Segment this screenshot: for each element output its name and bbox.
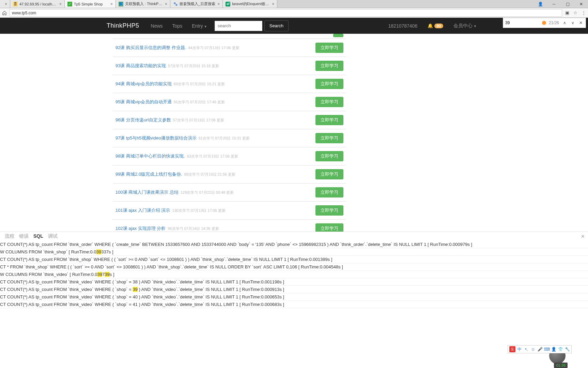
minimize-icon[interactable]: ─ — [547, 0, 561, 8]
learn-button[interactable]: 立即学习 — [315, 187, 343, 197]
notification-badge: 80 — [434, 24, 443, 28]
lesson-row: 92课 购买后显示信息的调整 作业题.44次学习 07月13日 17:06 更新… — [113, 39, 346, 57]
sql-row: CT COUNT(*) AS tp_count FROM `think_vide… — [0, 286, 588, 293]
learn-button[interactable]: 立即学习 — [315, 79, 343, 89]
tab-tp5shop[interactable]: ✓ Tp5 Simple Shop × — [65, 0, 116, 8]
bookmark-star-icon[interactable]: ☆ — [572, 10, 578, 16]
lesson-meta: 44次学习 07月13日 17:06 更新 — [188, 45, 239, 50]
sql-row: CT * FROM `think_shop` WHERE ( ( `sort` … — [0, 263, 588, 271]
site-navbar: ThinkPHP5 News Tops Entry▼ Search 182107… — [0, 18, 588, 34]
tab-thinkphp-docs[interactable]: 📘 关联预载入 · ThinkPHP5... × — [116, 0, 170, 8]
favicon-pma-icon: 🗄 — [13, 2, 18, 6]
lesson-title[interactable]: 99课 商城2.0版完成上线打包备份. — [115, 171, 182, 177]
lesson-title[interactable]: 101课 ajax 入门课介绍 演示 — [115, 207, 170, 214]
close-icon[interactable]: × — [217, 2, 220, 6]
user-icon[interactable]: 👤 — [533, 0, 547, 8]
sql-row: W COLUMNS FROM `think_video` [ RunTime:0… — [0, 271, 588, 278]
learn-button[interactable]: 立即学习 — [315, 151, 343, 161]
user-phone[interactable]: 18210787406 — [384, 23, 422, 29]
debug-tab-flow[interactable]: 流程 — [5, 233, 14, 239]
tab-title: 47.92.69.95 / localhost / — [19, 2, 57, 6]
learn-button[interactable]: 立即学习 — [315, 97, 343, 107]
learn-button[interactable]: 立即学习 — [315, 43, 343, 53]
lesson-meta: 96次学习 07月14日 14:36 更新 — [168, 226, 219, 231]
close-window-icon[interactable]: ✕ — [574, 0, 588, 8]
member-center[interactable]: 会员中心▼ — [449, 23, 481, 29]
lesson-row: 98课 商城订单中心栏目的快速实现.63次学习 07月13日 17:06 更新立… — [113, 147, 346, 165]
favicon-sf-icon: sf — [226, 2, 230, 6]
debug-tab-error[interactable]: 错误 — [19, 233, 29, 239]
lesson-title[interactable]: 97课 tp5与h5视频video播放数据结合演示 — [115, 135, 197, 141]
close-icon[interactable]: × — [272, 2, 274, 6]
tab-title: 嵌套预载入_百度搜索 — [180, 1, 215, 6]
search-button[interactable]: Search — [264, 20, 289, 31]
nav-tops[interactable]: Tops — [168, 23, 187, 29]
tab-baidu[interactable]: 🐾 嵌套预载入_百度搜索 × — [170, 0, 223, 8]
menu-icon[interactable]: ⋮ — [581, 10, 587, 16]
tab-title: 关联预载入 · ThinkPHP5... — [125, 1, 163, 6]
find-next-icon[interactable]: ∨ — [570, 20, 575, 25]
lesson-row: 101课 ajax 入门课介绍 演示130次学习 07月13日 17:06 更新… — [113, 202, 346, 220]
lesson-meta: 57次学习 07月13日 17:06 更新 — [173, 118, 224, 123]
learn-button[interactable]: 立即学习 — [315, 205, 343, 216]
find-in-page-bar: 21/26 ∧ ∨ ✕ — [503, 18, 586, 28]
lesson-list: 92课 购买后显示信息的调整 作业题.44次学习 07月13日 17:06 更新… — [113, 34, 346, 232]
sql-row: CT COUNT(*) AS tp_count FROM `think_vide… — [0, 278, 588, 286]
learn-button[interactable]: 立即学习 — [315, 115, 343, 125]
learn-button[interactable]: 立即学习 — [315, 223, 343, 232]
nav-news[interactable]: News — [146, 23, 168, 29]
search-input[interactable] — [215, 21, 262, 31]
lesson-title[interactable]: 95课 商城vip会员的自动开通 — [115, 99, 172, 105]
tab-title: laravel的Eloquent嵌套预... — [232, 1, 270, 6]
find-input[interactable] — [505, 20, 539, 25]
learn-button[interactable]: 立即学习 — [315, 133, 343, 143]
lesson-meta: 130次学习 07月13日 17:06 更新 — [172, 208, 226, 213]
nav-entry[interactable]: Entry▼ — [187, 23, 212, 29]
learn-button[interactable]: 立即学习 — [315, 61, 343, 71]
find-close-icon[interactable]: ✕ — [578, 20, 584, 25]
tab-segmentfault[interactable]: sf laravel的Eloquent嵌套预... × — [223, 0, 277, 8]
lesson-title[interactable]: 100课 商城入门课效果演示 总结 — [115, 189, 179, 195]
favicon-tp5-icon: ✓ — [67, 2, 72, 6]
favicon-tp-icon: 📘 — [119, 2, 123, 6]
member-label: 会员中心 — [453, 23, 473, 28]
brand[interactable]: ThinkPHP5 — [107, 22, 139, 29]
debug-close-icon[interactable]: × — [581, 233, 585, 240]
lesson-meta: 57次学习 07月20日 15:16 更新 — [168, 63, 219, 69]
caret-down-icon: ▼ — [204, 25, 207, 28]
notification-bell[interactable]: 🔔 80 — [428, 23, 443, 28]
main-content: 92课 购买后显示信息的调整 作业题.44次学习 07月13日 17:06 更新… — [107, 34, 481, 232]
home-icon[interactable] — [1, 10, 7, 16]
tab-blank[interactable]: × — [0, 0, 10, 8]
debug-tab-debug[interactable]: 调试 — [48, 233, 58, 239]
close-icon[interactable]: × — [165, 2, 167, 6]
caret-down-icon: ▼ — [474, 25, 477, 28]
lesson-title[interactable]: 92课 购买后显示信息的调整 作业题. — [115, 45, 186, 51]
lesson-row: 102课 ajax 实现原理 分析96次学习 07月14日 14:36 更新立即… — [113, 220, 346, 232]
maximize-icon[interactable]: ▢ — [561, 0, 574, 8]
lesson-title[interactable]: 93课 商品搜索功能的实现 — [115, 63, 166, 69]
url-text: www.tp5.com — [12, 11, 36, 15]
lesson-meta: 63次学习 07月13日 17:06 更新 — [187, 154, 238, 159]
lesson-title[interactable]: 98课 商城订单中心栏目的快速实现. — [115, 153, 185, 159]
lesson-meta: 129次学习 07月22日 00:48 更新 — [181, 190, 234, 195]
sql-row: CT COUNT(*) AS tp_count FROM `think_shop… — [0, 256, 588, 263]
new-tab-button[interactable] — [277, 0, 288, 8]
find-prev-icon[interactable]: ∧ — [562, 20, 567, 25]
url-input[interactable]: www.tp5.com — [10, 9, 562, 17]
lesson-title[interactable]: 94课 商城vip会员的功能实现 — [115, 81, 172, 87]
learn-button[interactable]: 立即学习 — [315, 169, 343, 179]
close-icon[interactable]: × — [5, 2, 7, 6]
tab-phpmyadmin[interactable]: 🗄 47.92.69.95 / localhost / × — [10, 0, 65, 8]
close-icon[interactable]: × — [59, 2, 62, 6]
debug-tab-sql[interactable]: SQL — [33, 233, 43, 239]
lesson-title[interactable]: 96课 分页传递url自定义参数 — [115, 117, 171, 123]
nav-entry-label: Entry — [192, 23, 203, 29]
sql-row: W COLUMNS FROM `think_shop` [ RunTime:0.… — [0, 248, 588, 256]
browser-tabs: × 🗄 47.92.69.95 / localhost / × ✓ Tp5 Si… — [0, 0, 588, 8]
reader-mode-icon[interactable]: ▣ — [564, 10, 570, 16]
close-icon[interactable]: × — [110, 2, 113, 6]
lesson-row: 96课 分页传递url自定义参数57次学习 07月13日 17:06 更新立即学… — [113, 111, 346, 129]
learn-button[interactable] — [333, 34, 343, 37]
lesson-title[interactable]: 102课 ajax 实现原理 分析 — [115, 225, 166, 232]
